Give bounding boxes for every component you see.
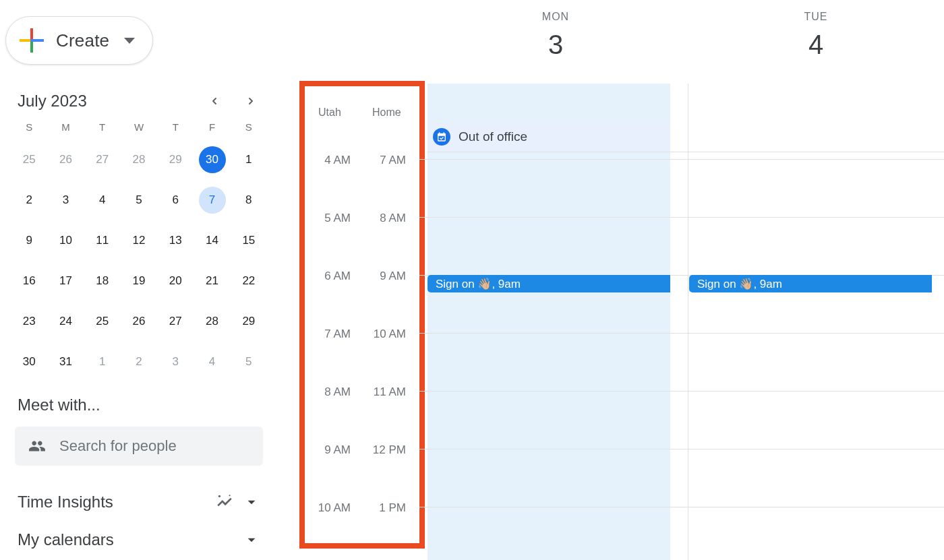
mini-calendar-day[interactable]: 19: [125, 268, 152, 294]
mini-calendar-day[interactable]: 20: [162, 268, 189, 294]
time-row: 4 AM7 AM: [307, 154, 406, 167]
day-header-mon[interactable]: MON 3: [427, 11, 684, 60]
time-label-utah: 8 AM: [307, 385, 351, 399]
time-row: 5 AM8 AM: [307, 212, 406, 225]
event-title: Sign on 👋🏼, 9am: [697, 277, 782, 291]
mini-calendar-day[interactable]: 25: [89, 308, 116, 335]
time-label-utah: 5 AM: [307, 212, 351, 225]
mini-calendar-day[interactable]: 28: [125, 146, 152, 173]
mini-calendar-day[interactable]: 23: [16, 308, 42, 335]
mini-calendar-day[interactable]: 13: [162, 227, 189, 254]
mini-calendar-dow: F: [194, 121, 230, 133]
mini-calendar-day[interactable]: 6: [162, 187, 189, 214]
time-label-home: 10 AM: [363, 328, 406, 341]
time-row: 7 AM10 AM: [307, 328, 406, 341]
day-header-tue[interactable]: TUE 4: [688, 11, 944, 60]
grid-hour-line: [427, 333, 944, 334]
mini-calendar-day[interactable]: 18: [89, 268, 116, 294]
mini-calendar-day[interactable]: 1: [235, 146, 262, 173]
mini-calendar-day[interactable]: 10: [52, 227, 79, 254]
time-label-home: 12 PM: [363, 443, 406, 457]
mini-calendar-day[interactable]: 11: [89, 227, 116, 254]
chevron-right-icon: [245, 96, 256, 106]
mini-calendar-day[interactable]: 3: [52, 187, 79, 214]
time-label-home: 7 AM: [363, 154, 406, 167]
day-of-week-label: MON: [427, 11, 684, 23]
mini-calendar-day[interactable]: 25: [16, 146, 42, 173]
svg-rect-3: [33, 39, 44, 42]
mini-calendar-prev[interactable]: [205, 92, 224, 111]
mini-calendar-day[interactable]: 28: [199, 308, 226, 335]
mini-calendar-day[interactable]: 27: [162, 308, 189, 335]
mini-calendar-day[interactable]: 5: [125, 187, 152, 214]
mini-calendar-day[interactable]: 26: [52, 146, 79, 173]
time-label-utah: 4 AM: [307, 154, 351, 167]
create-button[interactable]: Create: [5, 16, 153, 65]
mini-calendar-day[interactable]: 24: [52, 308, 79, 335]
mini-calendar-day[interactable]: 5: [235, 348, 262, 375]
mini-calendar-day[interactable]: 1: [89, 348, 116, 375]
my-calendars-row[interactable]: My calendars: [18, 530, 260, 549]
time-row: 6 AM9 AM: [307, 270, 406, 283]
time-insights-row[interactable]: Time Insights: [18, 493, 260, 511]
grid-tick: [419, 217, 427, 218]
mini-calendar-day[interactable]: 2: [125, 348, 152, 375]
mini-calendar-next[interactable]: [241, 92, 260, 111]
grid-hour-line: [427, 507, 944, 507]
grid-tick: [419, 333, 427, 334]
mini-calendar-day[interactable]: 29: [162, 146, 189, 173]
time-label-home: 1 PM: [363, 501, 406, 515]
mini-calendar-day[interactable]: 22: [235, 268, 262, 294]
mini-calendar-day[interactable]: 4: [199, 348, 226, 375]
grid-hour-line: [427, 217, 944, 218]
mini-calendar-dow: T: [157, 121, 194, 133]
svg-rect-2: [20, 39, 30, 42]
mini-calendar-day[interactable]: 30: [199, 146, 226, 173]
event-chip[interactable]: Sign on 👋🏼, 9am: [427, 275, 670, 292]
svg-rect-1: [30, 42, 33, 53]
mini-calendar-day[interactable]: 17: [52, 268, 79, 294]
mini-calendar-day[interactable]: 4: [89, 187, 116, 214]
mini-calendar-day[interactable]: 15: [235, 227, 262, 254]
mini-calendar-grid: SMTWTFS252627282930123456789101112131415…: [11, 121, 267, 375]
grid-hour-line: [427, 152, 944, 152]
grid-tick: [419, 391, 427, 392]
mini-calendar-day[interactable]: 7: [199, 187, 226, 214]
svg-point-5: [218, 495, 220, 497]
create-button-label: Create: [56, 30, 109, 51]
mini-calendar-day[interactable]: 31: [52, 348, 79, 375]
grid-hour-line: [427, 391, 944, 392]
event-title: Sign on 👋🏼, 9am: [436, 277, 521, 291]
out-of-office-icon: [433, 128, 450, 146]
mini-calendar-day[interactable]: 21: [199, 268, 226, 294]
mini-calendar-day[interactable]: 9: [16, 227, 42, 254]
time-label-home: 11 AM: [363, 385, 406, 399]
insights-icon: [216, 493, 233, 511]
search-people-input[interactable]: Search for people: [15, 427, 263, 466]
mini-calendar-day[interactable]: 2: [16, 187, 42, 214]
mini-calendar-dow: S: [11, 121, 47, 133]
timezone-label-right: Home: [372, 106, 401, 119]
mini-calendar-dow: T: [84, 121, 121, 133]
mini-calendar-day[interactable]: 16: [16, 268, 42, 294]
mini-calendar-day[interactable]: 26: [125, 308, 152, 335]
time-insights-label: Time Insights: [18, 493, 216, 511]
grid-tick: [419, 507, 427, 507]
time-label-utah: 10 AM: [307, 501, 351, 515]
mini-calendar-day[interactable]: 14: [199, 227, 226, 254]
svg-rect-4: [30, 39, 33, 42]
mini-calendar-day[interactable]: 12: [125, 227, 152, 254]
mini-calendar-day[interactable]: 3: [162, 348, 189, 375]
mini-calendar-day[interactable]: 29: [235, 308, 262, 335]
chevron-down-icon: [243, 531, 260, 549]
mini-calendar-day[interactable]: 27: [89, 146, 116, 173]
mini-calendar-day[interactable]: 30: [16, 348, 42, 375]
plus-icon: [20, 28, 44, 53]
day-of-week-label: TUE: [688, 11, 944, 23]
event-chip[interactable]: Sign on 👋🏼, 9am: [689, 275, 932, 292]
time-label-utah: 9 AM: [307, 443, 351, 457]
out-of-office-event[interactable]: Out of office: [427, 121, 670, 152]
out-of-office-label: Out of office: [459, 129, 527, 144]
mini-calendar-day[interactable]: 8: [235, 187, 262, 214]
meet-with-label: Meet with...: [18, 396, 260, 414]
